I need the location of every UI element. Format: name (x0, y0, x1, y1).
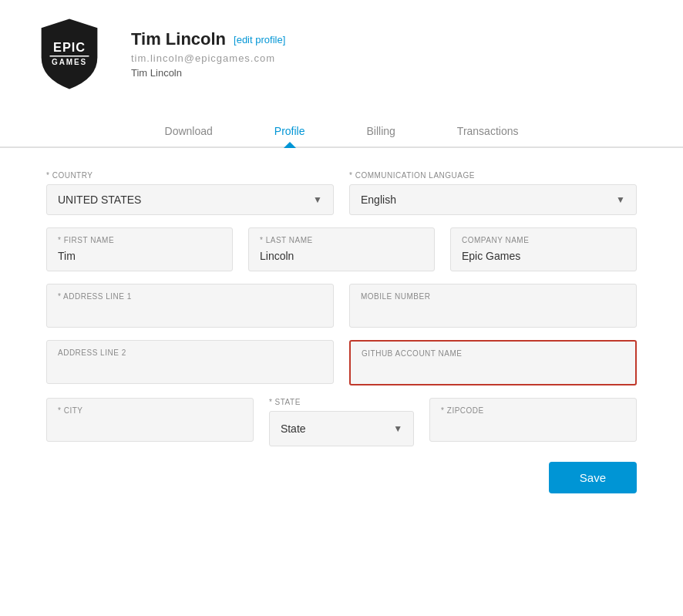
zipcode-label: * ZIPCODE (441, 406, 625, 415)
mobile-label: MOBILE NUMBER (361, 292, 625, 301)
comm-lang-container: * COMMUNICATION LANGUAGE English ▼ (349, 171, 637, 215)
user-display-name: Tim Lincoln (131, 67, 285, 79)
comm-lang-select[interactable]: English (361, 194, 605, 206)
github-input[interactable] (362, 362, 624, 376)
first-name-label: * FIRST NAME (58, 236, 221, 244)
city-label: * CITY (58, 406, 242, 415)
last-name-field[interactable]: * LAST NAME (248, 227, 435, 271)
company-name-group: COMPANY NAME (450, 227, 637, 271)
tab-transactions[interactable]: Transactions (426, 116, 550, 146)
address2-input[interactable] (58, 362, 322, 375)
github-field[interactable]: GITHUB ACCOUNT NAME (349, 340, 637, 385)
address1-input[interactable] (58, 305, 322, 319)
row-address2-github: ADDRESS LINE 2 GITHUB ACCOUNT NAME (46, 340, 637, 385)
state-label: * STATE (269, 398, 414, 406)
zipcode-field[interactable]: * ZIPCODE (429, 398, 637, 442)
comm-lang-dropdown-icon: ▼ (616, 194, 625, 205)
first-name-input[interactable] (58, 250, 221, 262)
address1-label: * ADDRESS LINE 1 (58, 292, 322, 301)
svg-text:GAMES: GAMES (52, 58, 87, 66)
row-country-lang: * COUNTRY UNITED STATES ▼ * COMMUNICATIO… (46, 171, 637, 215)
country-container: * COUNTRY UNITED STATES ▼ (46, 171, 334, 215)
company-name-field[interactable]: COMPANY NAME (450, 227, 637, 271)
save-button[interactable]: Save (549, 462, 637, 493)
last-name-label: * LAST NAME (260, 236, 423, 244)
state-container: * STATE State AL AK AZ CA CO FL GA NY NC… (269, 398, 414, 446)
country-select-wrapper[interactable]: UNITED STATES ▼ (46, 184, 334, 215)
edit-profile-link[interactable]: [edit profile] (234, 34, 285, 45)
address1-group: * ADDRESS LINE 1 (46, 284, 334, 328)
user-email: tim.lincoln@epicgames.com (131, 52, 285, 64)
mobile-field[interactable]: MOBILE NUMBER (349, 284, 637, 328)
last-name-group: * LAST NAME (248, 227, 435, 271)
state-select-wrapper[interactable]: State AL AK AZ CA CO FL GA NY NC TX ▼ (269, 411, 414, 446)
mobile-group: MOBILE NUMBER (349, 284, 637, 328)
country-dropdown-icon: ▼ (313, 194, 322, 205)
github-label: GITHUB ACCOUNT NAME (362, 349, 624, 358)
comm-lang-select-wrapper[interactable]: English ▼ (349, 184, 637, 215)
city-input[interactable] (58, 419, 242, 433)
tab-download[interactable]: Download (134, 116, 244, 146)
address2-field[interactable]: ADDRESS LINE 2 (46, 340, 334, 384)
user-info: Tim Lincoln [edit profile] tim.lincoln@e… (131, 29, 285, 79)
company-name-label: COMPANY NAME (462, 236, 625, 244)
row-names: * FIRST NAME * LAST NAME COMPANY NAME (46, 227, 637, 271)
first-name-field[interactable]: * FIRST NAME (46, 227, 233, 271)
comm-lang-label: * COMMUNICATION LANGUAGE (349, 171, 637, 180)
main-content: * COUNTRY UNITED STATES ▼ * COMMUNICATIO… (0, 148, 683, 517)
address2-label: ADDRESS LINE 2 (58, 348, 322, 357)
address1-field[interactable]: * ADDRESS LINE 1 (46, 284, 334, 328)
tab-profile[interactable]: Profile (244, 116, 336, 146)
company-name-input[interactable] (462, 250, 625, 262)
city-group: * CITY (46, 398, 254, 446)
zipcode-group: * ZIPCODE (429, 398, 637, 446)
address2-group: ADDRESS LINE 2 (46, 340, 334, 385)
github-group: GITHUB ACCOUNT NAME (349, 340, 637, 385)
city-field[interactable]: * CITY (46, 398, 254, 442)
state-select[interactable]: State AL AK AZ CA CO FL GA NY NC TX (281, 422, 382, 435)
header: EPIC GAMES Tim Lincoln [edit profile] ti… (0, 0, 683, 100)
nav-tabs: Download Profile Billing Transactions (0, 116, 683, 148)
last-name-input[interactable] (260, 250, 423, 262)
state-dropdown-icon: ▼ (393, 423, 402, 434)
save-row: Save (46, 462, 637, 493)
tab-billing[interactable]: Billing (335, 116, 426, 146)
country-select[interactable]: UNITED STATES (58, 194, 302, 206)
svg-text:EPIC: EPIC (53, 40, 86, 54)
country-label: * COUNTRY (46, 171, 334, 180)
row-address1-mobile: * ADDRESS LINE 1 MOBILE NUMBER (46, 284, 637, 328)
zipcode-input[interactable] (441, 419, 625, 433)
epic-games-logo: EPIC GAMES (31, 15, 108, 93)
user-name: Tim Lincoln (131, 29, 226, 49)
row-city-state-zip: * CITY * STATE State AL AK AZ CA CO FL G… (46, 398, 637, 446)
first-name-group: * FIRST NAME (46, 227, 233, 271)
mobile-input[interactable] (361, 305, 625, 319)
